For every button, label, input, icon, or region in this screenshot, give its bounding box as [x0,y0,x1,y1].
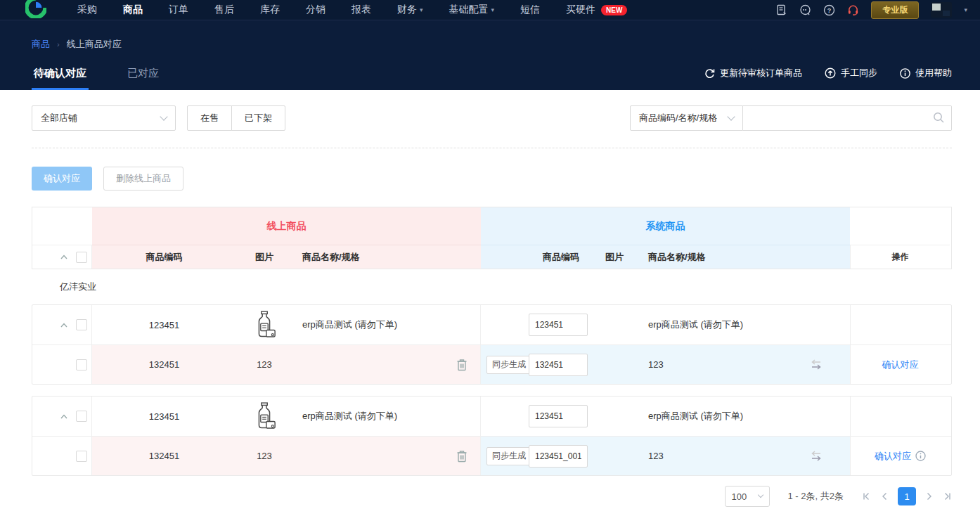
row-checkbox[interactable] [76,319,87,330]
pro-version-button[interactable]: 专业版 [871,1,919,19]
system-sku-code-input[interactable] [529,445,588,468]
select-all-checkbox[interactable] [76,252,87,263]
row-checkbox[interactable] [76,359,87,371]
chevron-down-icon [757,492,763,498]
search-input[interactable] [743,105,952,131]
chat-icon[interactable] [799,4,811,16]
shop-group-label: 亿沣实业 [32,269,952,304]
online-sku-row: 132451 123 同步生成 123 确认对应 [32,344,951,384]
online-sku-code: 132451 [92,437,236,475]
last-page-button[interactable] [943,492,952,501]
col-system-image: 图片 [593,245,636,269]
search-type-select[interactable]: 商品编码/名称/规格 [630,105,743,131]
confirm-match-link[interactable]: 确认对应 [882,359,919,371]
online-sku-row: 132451 123 同步生成 123 确认对应 [32,436,951,475]
system-goods-name: erp商品测试 (请勿下单) [636,397,850,436]
online-goods-header: 线上商品 [92,207,481,245]
product-bottle-icon [252,402,276,430]
nav-menu: 采购 商品 订单 售后 库存 分销 报表 财务▾ 基础配置▾ 短信 买硬件NEW [77,4,627,16]
col-system-code: 商品编码 [529,245,593,269]
nav-right-cluster: ? 专业版 ▾ [775,1,967,19]
shop-select[interactable]: 全部店铺 [32,105,176,131]
col-action: 操作 [850,245,950,269]
chevron-up-icon[interactable] [60,414,67,419]
nav-item-buy-hardware[interactable]: 买硬件NEW [566,4,627,16]
nav-item-goods[interactable]: 商品 [123,4,143,16]
match-group-card: 123451 erp商品测试 (请勿下单) erp商品测试 (请勿下单) 132… [32,304,952,385]
chevron-up-icon[interactable] [60,254,67,259]
info-circle-icon[interactable] [915,451,926,461]
nav-item-orders[interactable]: 订单 [169,4,188,16]
account-chevron-down-icon[interactable]: ▾ [964,6,967,13]
main-content: 全部店铺 在售 已下架 商品编码/名称/规格 确认对应 删除线上商品 [0,105,980,507]
chevron-down-icon [160,112,167,120]
col-online-code: 商品编码 [92,245,236,269]
nav-item-aftersale[interactable]: 售后 [214,4,234,16]
header-expand-cell [32,245,92,269]
tab-bar: 待确认对应 已对应 更新待审核订单商品 手工同步 使用帮助 [32,67,952,90]
refresh-pending-orders-action[interactable]: 更新待审核订单商品 [704,67,802,79]
tab-pending-match[interactable]: 待确认对应 [32,67,89,90]
manual-sync-action[interactable]: 手工同步 [825,67,877,79]
trash-icon[interactable] [456,450,468,463]
search-icon[interactable] [933,112,945,124]
app-logo-icon[interactable] [25,0,46,18]
swap-icon[interactable] [809,450,823,463]
sync-generate-button[interactable]: 同步生成 [486,356,531,374]
avatar[interactable] [931,2,952,18]
trash-icon[interactable] [456,359,468,371]
system-code-input[interactable] [529,405,588,427]
prev-page-button[interactable] [881,492,887,501]
first-page-button[interactable] [862,492,870,501]
col-system-name: 商品名称/规格 [636,245,850,269]
search-box [743,105,952,131]
row-checkbox[interactable] [76,451,87,462]
on-sale-button[interactable]: 在售 [187,105,232,131]
sync-generate-button[interactable]: 同步生成 [486,447,531,465]
swap-icon[interactable] [809,359,823,371]
online-main-row: 123451 erp商品测试 (请勿下单) erp商品测试 (请勿下单) [32,397,951,436]
product-bottle-icon [252,311,276,339]
confirm-match-link[interactable]: 确认对应 [875,450,926,463]
chevron-down-icon: ▾ [491,6,495,13]
system-goods-name: erp商品测试 (请勿下单) [636,305,850,344]
chevron-down-icon: ▾ [420,6,423,13]
refresh-icon [704,68,715,79]
current-page-button[interactable]: 1 [898,487,916,505]
nav-item-sms[interactable]: 短信 [520,4,540,16]
page-size-select[interactable]: 100 [725,486,770,507]
nav-item-settings[interactable]: 基础配置▾ [449,4,495,16]
row-checkbox[interactable] [76,411,87,422]
nav-item-purchase[interactable]: 采购 [77,4,97,16]
sync-upload-icon [825,67,836,79]
off-shelf-button[interactable]: 已下架 [231,105,285,131]
info-icon [900,68,910,79]
chevron-up-icon[interactable] [60,323,67,328]
match-table: 线上商品 系统商品 商品编码 图片 商品名称/规格 商品编码 图片 商品名称/规… [32,207,952,476]
delete-online-goods-button[interactable]: 删除线上商品 [103,167,183,191]
breadcrumb-root[interactable]: 商品 [32,38,50,51]
search-area: 商品编码/名称/规格 [630,105,952,131]
system-code-input[interactable] [529,314,588,336]
nav-item-distribution[interactable]: 分销 [306,4,325,16]
breadcrumb-current: 线上商品对应 [67,38,122,51]
online-sku-name: 123 [236,437,292,475]
online-main-row: 123451 erp商品测试 (请勿下单) erp商品测试 (请勿下单) [32,305,951,344]
headset-icon[interactable] [847,4,859,16]
help-icon[interactable]: ? [823,4,835,16]
table-header: 线上商品 系统商品 商品编码 图片 商品名称/规格 商品编码 图片 商品名称/规… [32,207,952,269]
usage-help-action[interactable]: 使用帮助 [900,67,952,79]
system-sku-code-input[interactable] [529,354,588,376]
nav-item-inventory[interactable]: 库存 [260,4,280,16]
document-icon[interactable] [775,4,787,16]
next-page-button[interactable] [927,492,933,501]
tab-matched[interactable]: 已对应 [125,67,161,90]
online-goods-code: 123451 [92,305,236,344]
page-header: 商品 › 线上商品对应 待确认对应 已对应 更新待审核订单商品 手工同步 使用帮… [0,20,980,90]
toolbar: 确认对应 删除线上商品 [32,167,952,191]
nav-item-finance[interactable]: 财务▾ [397,4,423,16]
top-nav: 采购 商品 订单 售后 库存 分销 报表 财务▾ 基础配置▾ 短信 买硬件NEW… [0,0,980,20]
nav-item-reports[interactable]: 报表 [352,4,371,16]
confirm-match-button[interactable]: 确认对应 [32,167,92,191]
sale-status-toggle: 在售 已下架 [187,105,285,131]
